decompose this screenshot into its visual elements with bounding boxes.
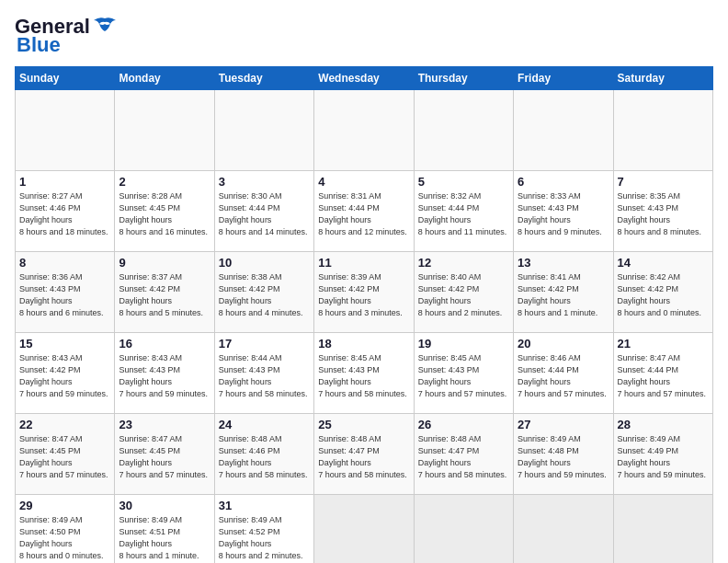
calendar-cell: 2Sunrise: 8:28 AMSunset: 4:45 PMDaylight…	[115, 171, 214, 252]
calendar-cell: 19Sunrise: 8:45 AMSunset: 4:43 PMDayligh…	[414, 333, 513, 414]
day-info: Sunrise: 8:47 AMSunset: 4:44 PMDaylight …	[618, 352, 709, 400]
col-wednesday: Wednesday	[314, 67, 414, 90]
day-number: 23	[119, 418, 210, 431]
day-number: 8	[19, 256, 110, 270]
day-number: 28	[618, 418, 709, 431]
day-info: Sunrise: 8:41 AMSunset: 4:42 PMDaylight …	[518, 271, 609, 319]
day-number: 5	[418, 175, 509, 189]
day-info: Sunrise: 8:37 AMSunset: 4:42 PMDaylight …	[119, 271, 210, 319]
day-info: Sunrise: 8:39 AMSunset: 4:42 PMDaylight …	[318, 271, 409, 319]
day-number: 4	[318, 175, 409, 189]
day-number: 9	[119, 256, 210, 270]
day-info: Sunrise: 8:35 AMSunset: 4:43 PMDaylight …	[618, 190, 709, 238]
calendar-cell: 20Sunrise: 8:46 AMSunset: 4:44 PMDayligh…	[514, 333, 613, 414]
col-friday: Friday	[514, 67, 613, 90]
header: General Blue	[15, 15, 713, 57]
calendar-cell: 3Sunrise: 8:30 AMSunset: 4:44 PMDaylight…	[214, 171, 313, 252]
day-number: 11	[318, 256, 409, 270]
calendar-cell: 12Sunrise: 8:40 AMSunset: 4:42 PMDayligh…	[414, 252, 513, 333]
calendar-cell	[414, 495, 513, 564]
day-info: Sunrise: 8:49 AMSunset: 4:51 PMDaylight …	[119, 514, 210, 562]
day-info: Sunrise: 8:47 AMSunset: 4:45 PMDaylight …	[19, 433, 110, 481]
calendar-cell: 30Sunrise: 8:49 AMSunset: 4:51 PMDayligh…	[115, 495, 214, 564]
logo-blue: Blue	[17, 33, 61, 57]
calendar-week-3: 15Sunrise: 8:43 AMSunset: 4:42 PMDayligh…	[16, 333, 713, 414]
calendar-body: 1Sunrise: 8:27 AMSunset: 4:46 PMDaylight…	[16, 90, 713, 564]
calendar-cell: 28Sunrise: 8:49 AMSunset: 4:49 PMDayligh…	[613, 414, 712, 495]
day-info: Sunrise: 8:49 AMSunset: 4:52 PMDaylight …	[219, 514, 310, 562]
calendar-cell: 31Sunrise: 8:49 AMSunset: 4:52 PMDayligh…	[214, 495, 313, 564]
day-number: 7	[618, 175, 709, 189]
calendar-cell: 16Sunrise: 8:43 AMSunset: 4:43 PMDayligh…	[115, 333, 214, 414]
day-number: 6	[518, 175, 609, 189]
day-number: 24	[219, 418, 310, 431]
day-number: 22	[19, 418, 110, 431]
day-number: 15	[19, 337, 110, 350]
day-info: Sunrise: 8:42 AMSunset: 4:42 PMDaylight …	[618, 271, 709, 319]
calendar-cell	[414, 90, 513, 171]
day-number: 20	[518, 337, 609, 350]
day-number: 18	[318, 337, 409, 350]
day-number: 10	[219, 256, 310, 270]
calendar-cell: 6Sunrise: 8:33 AMSunset: 4:43 PMDaylight…	[514, 171, 613, 252]
calendar-cell: 23Sunrise: 8:47 AMSunset: 4:45 PMDayligh…	[115, 414, 214, 495]
day-number: 30	[119, 499, 210, 512]
day-info: Sunrise: 8:45 AMSunset: 4:43 PMDaylight …	[318, 352, 409, 400]
calendar-cell: 25Sunrise: 8:48 AMSunset: 4:47 PMDayligh…	[314, 414, 414, 495]
col-monday: Monday	[115, 67, 214, 90]
day-info: Sunrise: 8:40 AMSunset: 4:42 PMDaylight …	[418, 271, 509, 319]
calendar-cell: 14Sunrise: 8:42 AMSunset: 4:42 PMDayligh…	[613, 252, 712, 333]
day-number: 25	[318, 418, 409, 431]
calendar-cell: 1Sunrise: 8:27 AMSunset: 4:46 PMDaylight…	[16, 171, 115, 252]
day-number: 12	[418, 256, 509, 270]
day-info: Sunrise: 8:36 AMSunset: 4:43 PMDaylight …	[19, 271, 110, 319]
calendar-cell: 9Sunrise: 8:37 AMSunset: 4:42 PMDaylight…	[115, 252, 214, 333]
calendar-cell: 5Sunrise: 8:32 AMSunset: 4:44 PMDaylight…	[414, 171, 513, 252]
calendar-cell: 11Sunrise: 8:39 AMSunset: 4:42 PMDayligh…	[314, 252, 414, 333]
calendar-week-1: 1Sunrise: 8:27 AMSunset: 4:46 PMDaylight…	[16, 171, 713, 252]
calendar-cell: 7Sunrise: 8:35 AMSunset: 4:43 PMDaylight…	[613, 171, 712, 252]
calendar-cell: 15Sunrise: 8:43 AMSunset: 4:42 PMDayligh…	[16, 333, 115, 414]
day-info: Sunrise: 8:49 AMSunset: 4:50 PMDaylight …	[19, 514, 110, 562]
calendar-week-0	[16, 90, 713, 171]
day-info: Sunrise: 8:46 AMSunset: 4:44 PMDaylight …	[518, 352, 609, 400]
day-info: Sunrise: 8:43 AMSunset: 4:42 PMDaylight …	[19, 352, 110, 400]
calendar-week-4: 22Sunrise: 8:47 AMSunset: 4:45 PMDayligh…	[16, 414, 713, 495]
header-row: Sunday Monday Tuesday Wednesday Thursday…	[16, 67, 713, 90]
logo-bird-icon	[92, 17, 118, 37]
calendar-cell: 27Sunrise: 8:49 AMSunset: 4:48 PMDayligh…	[514, 414, 613, 495]
page: General Blue Sunday Monday Tuesday Wedne…	[0, 0, 728, 563]
day-number: 13	[518, 256, 609, 270]
day-number: 1	[19, 175, 110, 189]
day-info: Sunrise: 8:49 AMSunset: 4:49 PMDaylight …	[618, 433, 709, 481]
calendar-cell: 18Sunrise: 8:45 AMSunset: 4:43 PMDayligh…	[314, 333, 414, 414]
day-info: Sunrise: 8:48 AMSunset: 4:47 PMDaylight …	[318, 433, 409, 481]
col-thursday: Thursday	[414, 67, 513, 90]
day-info: Sunrise: 8:33 AMSunset: 4:43 PMDaylight …	[518, 190, 609, 238]
calendar-cell: 8Sunrise: 8:36 AMSunset: 4:43 PMDaylight…	[16, 252, 115, 333]
calendar-cell: 17Sunrise: 8:44 AMSunset: 4:43 PMDayligh…	[214, 333, 313, 414]
calendar-cell	[514, 495, 613, 564]
calendar-cell	[613, 90, 712, 171]
day-number: 19	[418, 337, 509, 350]
day-number: 2	[119, 175, 210, 189]
calendar-table: Sunday Monday Tuesday Wednesday Thursday…	[15, 66, 713, 563]
calendar-cell	[314, 495, 414, 564]
calendar-cell: 21Sunrise: 8:47 AMSunset: 4:44 PMDayligh…	[613, 333, 712, 414]
calendar-cell	[514, 90, 613, 171]
day-info: Sunrise: 8:49 AMSunset: 4:48 PMDaylight …	[518, 433, 609, 481]
day-number: 17	[219, 337, 310, 350]
day-info: Sunrise: 8:47 AMSunset: 4:45 PMDaylight …	[119, 433, 210, 481]
day-info: Sunrise: 8:28 AMSunset: 4:45 PMDaylight …	[119, 190, 210, 238]
calendar-week-5: 29Sunrise: 8:49 AMSunset: 4:50 PMDayligh…	[16, 495, 713, 564]
day-number: 29	[19, 499, 110, 512]
day-number: 21	[618, 337, 709, 350]
day-info: Sunrise: 8:32 AMSunset: 4:44 PMDaylight …	[418, 190, 509, 238]
calendar-cell: 24Sunrise: 8:48 AMSunset: 4:46 PMDayligh…	[214, 414, 313, 495]
col-tuesday: Tuesday	[214, 67, 313, 90]
calendar-cell: 22Sunrise: 8:47 AMSunset: 4:45 PMDayligh…	[16, 414, 115, 495]
day-number: 27	[518, 418, 609, 431]
day-number: 31	[219, 499, 310, 512]
calendar-cell: 13Sunrise: 8:41 AMSunset: 4:42 PMDayligh…	[514, 252, 613, 333]
col-saturday: Saturday	[613, 67, 712, 90]
